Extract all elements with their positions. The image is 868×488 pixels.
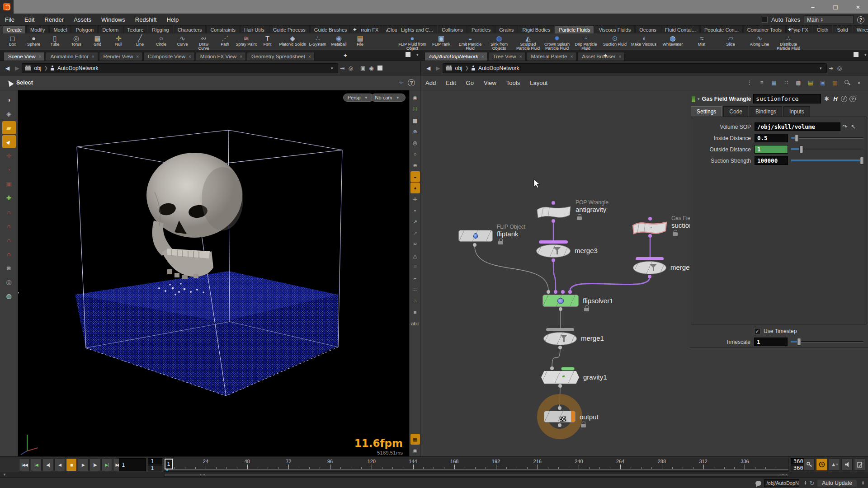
- range-start-field[interactable]: 1: [148, 458, 162, 465]
- path-spinner-icon[interactable]: ▲▼: [804, 481, 807, 485]
- sync-views-icon[interactable]: ◉: [367, 65, 375, 71]
- close-icon[interactable]: ×: [519, 54, 522, 59]
- pane-tab[interactable]: Geometry Spreadsheet×: [247, 52, 315, 61]
- shelf-tool[interactable]: ∴Distribute Particle Fluid: [774, 34, 803, 51]
- close-icon[interactable]: ×: [618, 54, 621, 59]
- list-mode-button[interactable]: ≡: [758, 79, 766, 87]
- pane-layout-icon[interactable]: [406, 52, 410, 57]
- show-hooks-button[interactable]: ✛: [410, 194, 420, 205]
- spacer-button[interactable]: [410, 329, 420, 433]
- shelf-tab[interactable]: Deform: [98, 26, 123, 33]
- playback-button[interactable]: |◀◀: [19, 458, 30, 471]
- recook-icon[interactable]: ↻: [809, 480, 814, 487]
- network-node-merge2[interactable]: merge2: [633, 261, 666, 274]
- close-icon[interactable]: ×: [189, 54, 191, 59]
- shelf-dropdown-icon[interactable]: ▾: [384, 29, 391, 33]
- close-icon[interactable]: ×: [481, 54, 484, 59]
- outside-distance-field[interactable]: 1: [755, 145, 788, 154]
- selection-options-icon[interactable]: ⁘: [399, 80, 403, 86]
- network-node-suctionforce[interactable]: Gas Field Wranglesuctionforce: [632, 221, 667, 235]
- node-connector[interactable]: [561, 290, 565, 294]
- pin-pane-icon[interactable]: ⇥: [827, 65, 835, 71]
- status-network-path[interactable]: /obj/AutoDopN...: [764, 479, 799, 487]
- houdini-badge-button[interactable]: H: [410, 103, 420, 114]
- input-bar[interactable]: [546, 328, 574, 331]
- vertex-markers-button[interactable]: ∴: [410, 296, 420, 306]
- shelf-tool[interactable]: ∴L-System: [307, 34, 328, 47]
- playback-button[interactable]: |▶: [90, 458, 100, 471]
- shelf-tab[interactable]: Guide Process: [269, 26, 310, 33]
- add-shelf-tab-button[interactable]: +: [349, 25, 361, 33]
- shelf-tool[interactable]: ≋Spray Paint: [236, 34, 257, 47]
- help-icon[interactable]: ?: [857, 16, 864, 23]
- menu-item[interactable]: Assets: [69, 14, 96, 25]
- parameter-tab[interactable]: Code: [723, 106, 748, 117]
- network-node-merge3[interactable]: merge3: [536, 244, 571, 258]
- shelf-tool[interactable]: TFont: [257, 34, 278, 47]
- shelf-tab[interactable]: Wires: [853, 26, 868, 33]
- network-node-merge1[interactable]: merge1: [543, 332, 577, 345]
- playbar-expand-icon[interactable]: ▼: [3, 473, 6, 477]
- shelf-tab[interactable]: Modify: [26, 26, 49, 33]
- quad-view-button[interactable]: ▦: [410, 434, 420, 445]
- disable-lighting-button[interactable]: ⊗: [410, 126, 420, 137]
- node-connector[interactable]: [648, 275, 651, 278]
- playback-button[interactable]: ▶|: [101, 458, 112, 471]
- scene-viewport[interactable]: Persp▾ No cam▾ 11.6fpm 5169.51ms: [18, 90, 409, 456]
- close-button[interactable]: ×: [848, 0, 868, 14]
- network-menu-item[interactable]: Layout: [525, 80, 552, 86]
- node-connector[interactable]: [558, 346, 562, 349]
- parameter-tab[interactable]: Bindings: [750, 106, 782, 117]
- shelf-tool[interactable]: ▦Grid: [87, 34, 108, 47]
- pane-tab[interactable]: Material Palette×: [527, 52, 577, 61]
- shelf-tab[interactable]: Populate Con...: [700, 26, 743, 33]
- shelf-tool[interactable]: ≈Mist: [687, 34, 716, 47]
- shelf-tab[interactable]: Particles: [467, 26, 495, 33]
- breadcrumb-root[interactable]: obj: [455, 65, 462, 71]
- pane-layout-icon[interactable]: [854, 52, 859, 57]
- playback-button[interactable]: ■: [66, 458, 77, 471]
- shelf-tab[interactable]: Cloth: [813, 26, 833, 33]
- shelf-tab[interactable]: Polygon: [71, 26, 98, 33]
- menu-item[interactable]: Redshift: [130, 14, 162, 25]
- prim-numbers-button[interactable]: ¹²: [410, 262, 420, 272]
- realtime-toggle-button[interactable]: [816, 458, 827, 471]
- shelf-tool[interactable]: ◉Metaball: [328, 34, 349, 47]
- node-connector[interactable]: [558, 384, 562, 388]
- shelf-tab[interactable]: Guide Brushes: [310, 26, 351, 33]
- palette-button[interactable]: ▦: [770, 79, 778, 87]
- breadcrumb[interactable]: obj ❯ AutoDopNetwork ▾: [443, 63, 827, 73]
- auto-takes-checkbox[interactable]: [762, 17, 768, 23]
- sticky-note-button[interactable]: ▤: [807, 79, 815, 87]
- pane-split-icon[interactable]: [377, 66, 382, 70]
- shelf-tab[interactable]: Texture: [123, 26, 147, 33]
- find-button[interactable]: [843, 79, 851, 87]
- slider-handle[interactable]: [799, 145, 803, 153]
- shelf-tool[interactable]: ◆Platonic Solids: [278, 34, 307, 47]
- suction-strength-slider[interactable]: [791, 157, 864, 164]
- shelf-tool[interactable]: ∿Curve: [172, 34, 193, 47]
- lock-icon[interactable]: [584, 308, 589, 311]
- scale-tool-button[interactable]: ▣: [2, 177, 16, 190]
- take-selector[interactable]: Main▲▼: [804, 15, 854, 24]
- shelf-tab[interactable]: Hair Utils: [240, 26, 269, 33]
- shelf-tool[interactable]: ◍Whitewater: [658, 34, 687, 47]
- houdini-engine-icon[interactable]: H: [832, 95, 838, 102]
- pick-operator-icon[interactable]: ↖: [849, 123, 858, 130]
- shelf-tool[interactable]: ◖Make Viscous: [629, 34, 658, 47]
- shelf-tool[interactable]: ◻Box: [2, 34, 23, 47]
- shelf-tab[interactable]: Oceans: [635, 26, 660, 33]
- profile-curves-button[interactable]: ⌐: [410, 273, 420, 284]
- pane-tab[interactable]: Asset Browser×: [577, 52, 625, 61]
- shelf-tool[interactable]: ◍Sink from Objects: [485, 34, 514, 51]
- shelf-tool[interactable]: ●FLIP Fluid from Object: [398, 34, 427, 51]
- audio-icon[interactable]: [841, 458, 853, 471]
- parameter-tab[interactable]: Inputs: [783, 106, 810, 117]
- follow-selection-icon[interactable]: ◎: [347, 65, 355, 71]
- shelf-tab[interactable]: Rigging: [148, 26, 173, 33]
- high-quality-lighting-button[interactable]: ⊕: [410, 160, 420, 171]
- lock-camera-button[interactable]: ▆: [410, 115, 420, 126]
- node-connector[interactable]: [550, 366, 554, 370]
- help-icon[interactable]: ?: [849, 96, 856, 102]
- point-markers-button[interactable]: ↗: [410, 228, 420, 239]
